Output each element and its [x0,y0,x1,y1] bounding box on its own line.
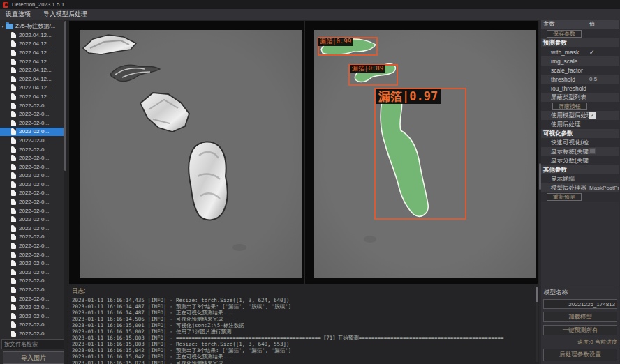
tree-item-label: 2022-02-0... [19,278,49,284]
predict-all-button[interactable]: 一键预测所有 [543,325,617,335]
tree-item-label: 2022-02-0... [19,243,49,249]
file-icon [11,190,16,196]
tree-item[interactable]: 2022-02-0... [0,233,67,242]
tree-item[interactable]: 2022.04.12... [0,48,67,57]
tree-item[interactable]: 2022-02-0... [0,162,67,172]
tree-item[interactable]: 2022-02-0... [0,294,67,303]
tree-item-label: 2022-02-0... [19,287,49,293]
import-images-button[interactable]: 导入图片 [3,351,64,364]
tree-item[interactable]: 2022-02-0... [0,303,67,312]
file-icon [11,321,16,328]
param-row: iou_threshold [541,84,619,93]
tree-item[interactable]: 2022-02-0... [0,277,67,286]
tree-item-label: 2022-02-0... [19,296,49,302]
log-line: 2023-01-11 16:16:14,435 |INFO| - Resize:… [72,297,539,303]
tree-item[interactable]: 2022.04.12... [0,66,67,75]
viewer-prediction[interactable]: 漏箔|0.99漏箔|0.89漏箔|0.97 [305,21,538,284]
param-button[interactable]: 保存参数 [547,30,582,38]
menu-import-postprocess[interactable]: 导入模型后处理 [43,10,87,19]
param-row: 显示标签(关键点) [541,147,619,156]
tree-item[interactable]: 2022.04.12... [0,31,67,40]
param-row: 屏蔽类型列表 [541,93,619,102]
tree-item[interactable]: 2022-02-0... [0,241,67,250]
log-line: 2023-01-11 16:16:15,042 |INFO| - 正在可视化预测… [72,354,539,360]
load-model-button[interactable]: 加载模型 [543,312,617,322]
tree-item[interactable]: 2022-02-0... [0,172,67,181]
tree-item[interactable]: 2022-02-0... [0,285,67,294]
checkbox-empty-icon[interactable] [589,148,596,154]
log-line: 2023-01-11 16:16:14,506 |INFO| - 可视化预测结果… [72,316,539,322]
original-image [80,30,302,278]
tree-item[interactable]: 2022-02-0... [0,197,67,206]
tree-item[interactable]: 2022-02-0... [0,250,67,259]
caret-down-icon[interactable]: ▾ [0,24,6,29]
tree-scrollbar[interactable] [64,20,67,364]
file-icon [11,84,16,91]
tree-item[interactable]: 2022.04.12... [0,57,67,66]
param-label: 可视化参数 [541,130,619,138]
model-name-field[interactable]: 20221225_174813 [543,299,617,309]
log-scrollbar-thumb[interactable] [536,287,538,302]
file-icon [11,208,16,214]
model-section: 模型名称: 20221225_174813 加载模型 一键预测所有 速度:0 当… [541,285,619,364]
menu-bar: 设置选项 导入模型后处理 [0,9,620,20]
file-icon [11,50,16,56]
tree-item[interactable]: 2022-02-0... [0,109,67,119]
tree-item[interactable]: 2022.04.12... [0,75,67,84]
tree-item[interactable]: 2022-02-0... [0,136,67,145]
file-icon [11,137,16,144]
center-area: 漏箔|0.99漏箔|0.89漏箔|0.97 日志: 2023-01-11 16:… [68,20,539,364]
file-icon [11,199,16,205]
param-label: 使用后处理 [541,121,589,129]
app-title: Detection_2023.1.5.1 [12,1,64,8]
tree-item[interactable]: 2022-02-0... [0,180,67,189]
tree-item[interactable]: 2022-02-0 [0,329,67,338]
param-button[interactable]: 屏蔽按钮 [552,103,587,110]
tree-item[interactable]: 2022-02-0... [0,119,67,128]
tree-item-label: 2022-02-0... [19,199,49,205]
tree-scrollbar-thumb[interactable] [64,21,66,171]
tree-item[interactable]: 2022-02-0... [0,215,67,224]
tree-item[interactable]: 2022-02-0... [0,224,67,233]
file-icon [11,313,16,319]
tree-item[interactable]: 2022-02-0... [0,189,67,198]
param-label: 快速可视化(检测) [541,139,589,147]
checkbox-checked-icon[interactable]: ✓ [589,112,596,119]
tree-item[interactable]: 2022-02-0... [0,268,67,277]
tree-item[interactable]: 2022-02-0... [0,259,67,268]
tree-item[interactable]: 2022.04.12... [0,84,67,93]
log-title: 日志: [72,287,539,296]
file-icon [11,120,16,126]
menu-settings[interactable]: 设置选项 [6,10,31,19]
file-icon [11,331,16,337]
tree-item[interactable]: 2022-02-0... [0,312,67,321]
splitter-handle[interactable] [539,163,541,190]
tree-item[interactable]: 2022-02-0... [0,206,67,215]
tree-item[interactable]: 2022-02-0... [0,128,67,137]
file-icon [11,103,16,109]
tree-item[interactable]: 2022.04.12... [0,92,67,101]
param-value: ✓ [589,49,619,56]
filename-search-input[interactable] [1,339,66,349]
file-icon [11,76,16,82]
param-button[interactable]: 重新预测 [547,193,582,201]
model-name-label: 模型名称: [544,289,617,297]
log-scrollbar[interactable] [536,287,538,362]
tree-item[interactable]: 2022-02-0... [0,101,67,110]
postprocess-settings-button[interactable]: 后处理参数设置 [543,349,617,361]
file-icon [11,93,16,100]
tree-item[interactable]: 2022.04.12... [0,40,67,49]
tree-item[interactable]: 2022-02-0... [0,153,67,162]
viewer-original[interactable] [69,21,304,284]
detection-bbox [374,88,466,220]
param-row: 保存参数 [541,29,619,38]
param-label: threshold [541,76,589,83]
log-console[interactable]: 日志: 2023-01-11 16:16:14,435 |INFO| - Res… [68,285,539,364]
log-line: 2023-01-11 16:16:15,002 |INFO| - 使用了1张图片… [72,328,539,335]
file-icon [11,128,16,135]
tree-item[interactable]: 2022-02-0... [0,321,67,330]
param-label: 显示分数(关键点) [541,157,589,165]
panel-splitter[interactable] [539,20,541,364]
tree-item[interactable]: 2022-02-0... [0,145,67,154]
tree-root-folder[interactable]: ▾ Z:/5-标注数据/... [0,22,67,31]
